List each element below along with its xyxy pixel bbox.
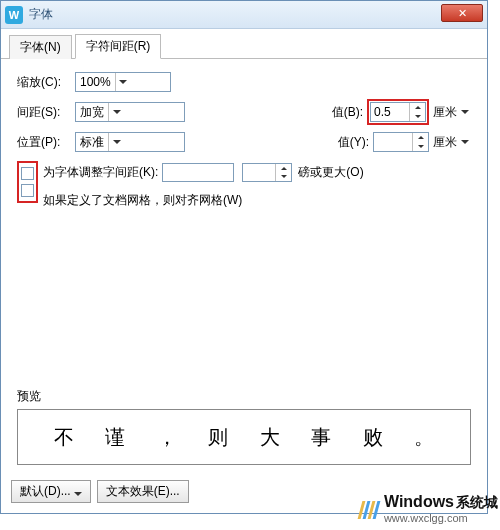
- default-button[interactable]: 默认(D)...: [11, 480, 91, 503]
- value-y-unit[interactable]: 厘米: [433, 134, 471, 151]
- window-title: 字体: [29, 6, 53, 23]
- value-y-input[interactable]: [373, 132, 429, 152]
- scale-row: 缩放(C): 100%: [17, 71, 471, 93]
- scale-value: 100%: [80, 75, 111, 89]
- spacing-value: 加宽: [80, 104, 104, 121]
- position-select[interactable]: 标准: [75, 132, 185, 152]
- value-b-field[interactable]: [371, 103, 409, 121]
- watermark-bars-icon: [360, 501, 380, 519]
- preview-box: 不 谨 ， 则 大 事 败 。: [17, 409, 471, 465]
- spacing-row: 间距(S): 加宽 值(B): 厘米: [17, 101, 471, 123]
- highlight-value-b: [367, 99, 429, 125]
- preview-char: 则: [208, 424, 228, 451]
- value-y-field[interactable]: [374, 133, 412, 151]
- kerning-input[interactable]: [162, 163, 234, 182]
- position-value: 标准: [80, 134, 104, 151]
- scale-select[interactable]: 100%: [75, 72, 171, 92]
- grid-row: 如果定义了文档网格，则对齐网格(W): [43, 192, 364, 209]
- preview-char: 大: [260, 424, 280, 451]
- text-effect-button[interactable]: 文本效果(E)...: [97, 480, 189, 503]
- tab-font[interactable]: 字体(N): [9, 35, 72, 59]
- chevron-down-icon: [459, 110, 471, 114]
- chevron-down-icon: [108, 133, 124, 151]
- value-b-input[interactable]: [370, 102, 426, 122]
- value-b-unit[interactable]: 厘米: [433, 104, 471, 121]
- close-button[interactable]: ✕: [441, 4, 483, 22]
- font-dialog: W 字体 ✕ 字体(N) 字符间距(R) 缩放(C): 100% 间距(S): …: [0, 0, 488, 514]
- titlebar: W 字体 ✕: [1, 1, 487, 29]
- close-icon: ✕: [458, 7, 467, 20]
- kerning-checkbox[interactable]: [21, 167, 34, 180]
- value-b-label: 值(B):: [332, 104, 363, 121]
- preview-char: ，: [157, 424, 177, 451]
- content-area: 缩放(C): 100% 间距(S): 加宽 值(B):: [1, 59, 487, 227]
- position-label: 位置(P):: [17, 134, 75, 151]
- grid-checkbox[interactable]: [21, 184, 34, 197]
- kerning-spinner[interactable]: [275, 164, 291, 181]
- watermark-url: www.wxclgg.com: [384, 512, 500, 524]
- value-b-spinner[interactable]: [409, 103, 425, 121]
- watermark-brand: Windows: [384, 493, 454, 510]
- preview-char: 不: [54, 424, 74, 451]
- chevron-down-icon: [74, 485, 82, 499]
- value-y-spinner[interactable]: [412, 133, 428, 151]
- tab-row: 字体(N) 字符间距(R): [1, 29, 487, 59]
- chevron-down-icon: [108, 103, 124, 121]
- preview-label: 预览: [17, 388, 471, 405]
- tab-spacing[interactable]: 字符间距(R): [75, 34, 162, 59]
- preview-section: 预览 不 谨 ， 则 大 事 败 。: [17, 388, 471, 465]
- preview-char: 事: [311, 424, 331, 451]
- position-row: 位置(P): 标准 值(Y): 厘米: [17, 131, 471, 153]
- preview-char: 败: [363, 424, 383, 451]
- spacing-select[interactable]: 加宽: [75, 102, 185, 122]
- watermark: Windows系统城 www.wxclgg.com: [360, 493, 500, 526]
- kerning-suffix: 磅或更大(O): [298, 164, 363, 181]
- app-icon: W: [5, 6, 23, 24]
- scale-label: 缩放(C):: [17, 74, 75, 91]
- value-y-label: 值(Y):: [338, 134, 369, 151]
- watermark-sub: 系统城: [456, 494, 498, 510]
- highlight-checkboxes: [17, 161, 38, 203]
- footer: 默认(D)... 文本效果(E)...: [11, 480, 189, 503]
- kerning-label: 为字体调整字间距(K):: [43, 164, 158, 181]
- kerning-row: 为字体调整字间距(K): 磅或更大(O): [43, 163, 364, 182]
- chevron-down-icon: [459, 140, 471, 144]
- preview-char: 谨: [105, 424, 125, 451]
- spacing-label: 间距(S):: [17, 104, 75, 121]
- preview-char: 。: [414, 424, 434, 451]
- grid-label: 如果定义了文档网格，则对齐网格(W): [43, 192, 242, 209]
- kerning-spinner-box[interactable]: [242, 163, 292, 182]
- chevron-down-icon: [115, 73, 131, 91]
